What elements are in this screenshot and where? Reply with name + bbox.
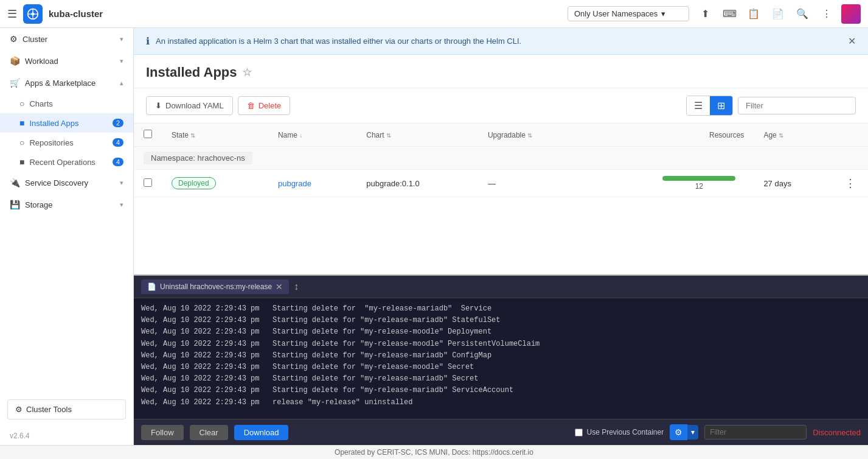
col-upgradable: Upgradable ⇅ — [478, 124, 585, 147]
version-label: v2.6.4 — [0, 427, 133, 445]
cluster-tools-label: Cluster Tools — [26, 405, 72, 414]
more-options-button[interactable]: ⋮ — [842, 177, 858, 190]
app-name-link[interactable]: pubgrade — [278, 179, 311, 188]
installed-apps-table: State ⇅ Name ↓ Chart ⇅ Upgradable ⇅ Reso… — [134, 124, 868, 197]
terminal-filter-input[interactable] — [704, 425, 807, 440]
repositories-badge: 4 — [113, 138, 123, 147]
sidebar-storage-label: Storage — [25, 200, 53, 209]
sidebar-subitem-recent-operations[interactable]: ■ Recent Operations 4 — [0, 152, 133, 172]
download-yaml-label: Download YAML — [165, 101, 224, 110]
topbar: ☰ kuba-cluster Only User Namespaces ▾ ⬆ … — [0, 0, 868, 28]
download-yaml-button[interactable]: ⬇ Download YAML — [146, 96, 233, 115]
resources-cell: 12 — [585, 170, 754, 197]
sidebar-item-workload[interactable]: 📦 Workload ▾ — [0, 50, 133, 72]
terminal-line: Wed, Aug 10 2022 2:29:43 pm release "my-… — [141, 397, 861, 408]
namespace-tab[interactable]: Namespace: hrachovec-ns — [144, 152, 252, 164]
download-button[interactable]: Download — [234, 425, 289, 440]
upload-icon[interactable]: ⬆ — [695, 4, 715, 24]
sidebar-subitem-charts[interactable]: ○ Charts — [0, 94, 133, 113]
terminal-close-button[interactable]: ✕ — [276, 282, 283, 292]
file-icon: 📄 — [147, 282, 156, 291]
main-layout: ⚙ Cluster ▾ 📦 Workload ▾ 🛒 Apps & Market… — [0, 28, 868, 445]
terminal-footer: Follow Clear Download Use Previous Conta… — [134, 419, 868, 445]
sidebar-item-service-discovery[interactable]: 🔌 Service Discovery ▾ — [0, 172, 133, 194]
terminal-icon[interactable]: ⌨ — [720, 4, 739, 24]
chevron-up-icon: ▴ — [120, 79, 123, 87]
list-view-button[interactable]: ☰ — [687, 96, 710, 115]
terminal-line: Wed, Aug 10 2022 2:29:43 pm Starting del… — [141, 362, 861, 373]
status-badge: Deployed — [172, 177, 216, 189]
namespace-selector[interactable]: Only User Namespaces ▾ — [568, 6, 689, 21]
delete-label: Delete — [259, 101, 282, 110]
terminal-line: Wed, Aug 10 2022 2:29:43 pm Starting del… — [141, 350, 861, 362]
sidebar-charts-label: Charts — [29, 99, 52, 108]
apps-icon: 🛒 — [10, 78, 20, 88]
sort-icon: ↓ — [299, 132, 302, 139]
table-container: State ⇅ Name ↓ Chart ⇅ Upgradable ⇅ Reso… — [134, 124, 868, 275]
terminal-tab-label: Uninstall hrachovec-ns:my-release — [160, 282, 272, 291]
sidebar-service-discovery-label: Service Discovery — [25, 178, 88, 187]
close-icon[interactable]: ✕ — [848, 35, 856, 47]
download-icon: ⬇ — [155, 101, 162, 110]
clear-button[interactable]: Clear — [190, 425, 228, 440]
sidebar-item-storage[interactable]: 💾 Storage ▾ — [0, 194, 133, 215]
resource-count: 12 — [662, 182, 735, 191]
user-avatar[interactable] — [841, 4, 861, 24]
clipboard-icon[interactable]: 📄 — [768, 4, 788, 24]
topbar-actions: ⬆ ⌨ 📋 📄 🔍 ⋮ — [695, 4, 861, 24]
disconnected-label: Disconnected — [813, 428, 861, 437]
sort-icon: ⇅ — [527, 132, 532, 139]
cluster-tools-button[interactable]: ⚙ Cluster Tools — [7, 399, 126, 419]
page-title: Installed Apps — [146, 65, 237, 80]
search-icon[interactable]: 🔍 — [793, 4, 812, 24]
grid-view-button[interactable]: ⊞ — [710, 96, 732, 115]
info-banner: ℹ An installed application is a Helm 3 c… — [134, 28, 868, 55]
row-checkbox[interactable] — [144, 178, 152, 187]
terminal-body: Wed, Aug 10 2022 2:29:43 pm Starting del… — [134, 298, 868, 419]
copy-icon[interactable]: 📋 — [744, 4, 763, 24]
sort-icon: ⇅ — [386, 132, 391, 139]
terminal-line: Wed, Aug 10 2022 2:29:43 pm Starting del… — [141, 385, 861, 396]
settings-button[interactable]: ⚙ — [670, 424, 687, 440]
sidebar-subitem-installed-apps[interactable]: ■ Installed Apps 2 — [0, 113, 133, 133]
namespace-value: Only User Namespaces — [574, 9, 658, 18]
sidebar-installed-apps-label: Installed Apps — [29, 119, 78, 128]
info-icon: ℹ — [146, 35, 150, 47]
terminal-expand-button[interactable]: ↕ — [294, 281, 299, 292]
sidebar-item-cluster[interactable]: ⚙ Cluster ▾ — [0, 28, 133, 50]
cluster-name: kuba-cluster — [49, 9, 103, 19]
installed-apps-badge: 2 — [113, 119, 123, 127]
prev-container-check: Use Previous Container — [575, 428, 664, 436]
terminal-tab[interactable]: 📄 Uninstall hrachovec-ns:my-release ✕ — [141, 279, 289, 294]
chart-cell: pubgrade:0.1.0 — [356, 170, 478, 197]
chevron-down-icon: ▾ — [661, 9, 665, 18]
settings-chevron-button[interactable]: ▾ — [687, 425, 698, 440]
select-all-checkbox[interactable] — [144, 130, 152, 138]
prev-container-checkbox[interactable] — [575, 429, 583, 436]
favorite-icon[interactable]: ☆ — [242, 66, 252, 79]
settings-button-group: ⚙ ▾ — [670, 424, 698, 440]
terminal-line: Wed, Aug 10 2022 2:29:43 pm Starting del… — [141, 303, 861, 315]
service-discovery-icon: 🔌 — [10, 178, 20, 187]
view-toggle: ☰ ⊞ — [686, 96, 733, 116]
content-header: Installed Apps ☆ — [134, 55, 868, 88]
sidebar-workload-label: Workload — [25, 57, 58, 66]
menu-icon[interactable]: ☰ — [7, 7, 17, 21]
terminal-line — [141, 408, 861, 419]
app-logo — [23, 4, 43, 24]
sort-icon: ⇅ — [190, 132, 195, 139]
terminal-line: Wed, Aug 10 2022 2:29:43 pm Starting del… — [141, 315, 861, 326]
sidebar-item-apps-marketplace[interactable]: 🛒 Apps & Marketplace ▴ — [0, 72, 133, 94]
sidebar-apps-label: Apps & Marketplace — [25, 79, 95, 88]
table-row: Deployed pubgrade pubgrade:0.1.0 — 12 27… — [134, 170, 868, 197]
delete-button[interactable]: 🗑 Delete — [238, 96, 291, 115]
recent-ops-badge: 4 — [113, 158, 123, 166]
more-options-icon[interactable]: ⋮ — [817, 4, 836, 24]
chevron-down-icon: ▾ — [120, 57, 123, 65]
follow-button[interactable]: Follow — [141, 425, 184, 440]
sidebar-subitem-repositories[interactable]: ○ Repositories 4 — [0, 133, 133, 152]
status-bar-text: Operated by CERIT-SC, ICS MUNI, Docs: ht… — [335, 448, 533, 457]
repositories-icon: ○ — [19, 138, 24, 147]
filter-input[interactable] — [738, 97, 856, 114]
gear-icon: ⚙ — [15, 405, 23, 414]
